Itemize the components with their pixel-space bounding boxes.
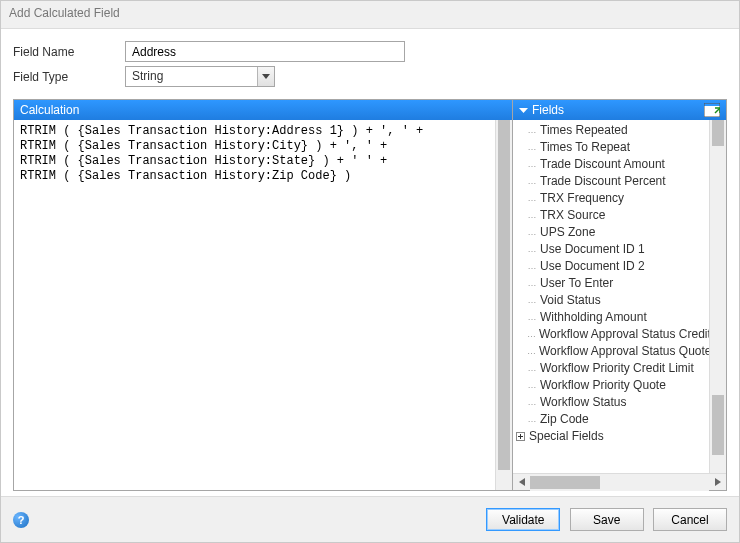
tree-item-label: Zip Code xyxy=(540,411,589,428)
fields-hscroll[interactable] xyxy=(513,473,726,490)
tree-item-label: Workflow Status xyxy=(540,394,626,411)
calculation-header: Calculation xyxy=(14,100,512,120)
fields-scroll-up-icon[interactable] xyxy=(712,120,724,146)
help-label: ? xyxy=(18,514,25,526)
fields-header-label: Fields xyxy=(532,103,564,117)
hscroll-track[interactable] xyxy=(530,474,709,491)
calculation-header-label: Calculation xyxy=(20,103,79,117)
validate-button[interactable]: Validate xyxy=(486,508,560,531)
tree-connector-icon: … xyxy=(527,411,537,428)
field-type-row: Field Type String xyxy=(13,66,727,87)
tree-item-label: Workflow Priority Quote xyxy=(540,377,666,394)
calc-scrollbar[interactable] xyxy=(495,120,512,490)
tree-item-label: UPS Zone xyxy=(540,224,595,241)
tree-item-label: Trade Discount Amount xyxy=(540,156,665,173)
tree-connector-icon: … xyxy=(527,207,537,224)
tree-item[interactable]: …Use Document ID 2 xyxy=(513,258,709,275)
fields-tree-body: …Times Repeated…Times To Repeat…Trade Di… xyxy=(513,120,726,473)
tree-item-label: Workflow Priority Credit Limit xyxy=(540,360,694,377)
fields-panel: Fields …Times Repeated…Times To Repeat…T… xyxy=(513,100,726,490)
field-name-row: Field Name xyxy=(13,41,727,62)
tree-item[interactable]: …Use Document ID 1 xyxy=(513,241,709,258)
scroll-right-icon[interactable] xyxy=(709,474,726,491)
fields-scrollbar-thumb[interactable] xyxy=(712,395,724,455)
tree-connector-icon: … xyxy=(527,292,537,309)
hscroll-thumb[interactable] xyxy=(530,476,600,489)
help-icon[interactable]: ? xyxy=(13,512,29,528)
tree-parent-label: Special Fields xyxy=(529,428,604,445)
tree-item-label: Workflow Approval Status Credit Limit xyxy=(539,326,709,343)
title-bar: Add Calculated Field xyxy=(1,1,739,29)
tree-connector-icon: … xyxy=(527,241,537,258)
form-area: Field Name Field Type String xyxy=(1,29,739,99)
tree-item-label: Use Document ID 2 xyxy=(540,258,645,275)
tree-item[interactable]: …Workflow Approval Status Credit Limit xyxy=(513,326,709,343)
fields-menu-icon[interactable] xyxy=(519,108,528,113)
tree-item[interactable]: …Zip Code xyxy=(513,411,709,428)
footer: ? Validate Save Cancel xyxy=(1,496,739,542)
tree-connector-icon: … xyxy=(527,190,537,207)
calculation-body xyxy=(14,120,512,490)
tree-item[interactable]: …Times To Repeat xyxy=(513,139,709,156)
fields-tree[interactable]: …Times Repeated…Times To Repeat…Trade Di… xyxy=(513,120,709,473)
tree-item[interactable]: …UPS Zone xyxy=(513,224,709,241)
fields-header: Fields xyxy=(513,100,726,120)
tree-item[interactable]: …Trade Discount Percent xyxy=(513,173,709,190)
tree-item-label: Withholding Amount xyxy=(540,309,647,326)
tree-parent-item[interactable]: Special Fields xyxy=(513,428,709,445)
fields-scrollbar[interactable] xyxy=(709,120,726,473)
tree-item-label: Use Document ID 1 xyxy=(540,241,645,258)
field-name-input[interactable] xyxy=(125,41,405,62)
tree-connector-icon: … xyxy=(527,377,537,394)
tree-item-label: Times To Repeat xyxy=(540,139,630,156)
tree-connector-icon: … xyxy=(527,343,536,360)
tree-item-label: User To Enter xyxy=(540,275,613,292)
tree-item[interactable]: …Workflow Status xyxy=(513,394,709,411)
tree-connector-icon: … xyxy=(527,224,537,241)
tree-item[interactable]: …Void Status xyxy=(513,292,709,309)
scroll-left-icon[interactable] xyxy=(513,474,530,491)
tree-item[interactable]: …TRX Source xyxy=(513,207,709,224)
tree-item[interactable]: …TRX Frequency xyxy=(513,190,709,207)
tree-item-label: TRX Frequency xyxy=(540,190,624,207)
tree-item-label: Workflow Approval Status Quote xyxy=(539,343,709,360)
tree-item[interactable]: …Workflow Priority Quote xyxy=(513,377,709,394)
window-icon[interactable] xyxy=(704,103,720,117)
tree-connector-icon: … xyxy=(527,122,537,139)
field-type-value: String xyxy=(125,66,275,87)
field-type-select[interactable]: String xyxy=(125,66,275,87)
tree-item[interactable]: …Withholding Amount xyxy=(513,309,709,326)
tree-item[interactable]: …Workflow Approval Status Quote xyxy=(513,343,709,360)
save-button[interactable]: Save xyxy=(570,508,644,531)
tree-item-label: Trade Discount Percent xyxy=(540,173,666,190)
field-type-label: Field Type xyxy=(13,70,125,84)
cancel-button[interactable]: Cancel xyxy=(653,508,727,531)
field-name-label: Field Name xyxy=(13,45,125,59)
chevron-down-icon[interactable] xyxy=(257,67,274,86)
calculation-textarea[interactable] xyxy=(14,120,495,490)
tree-connector-icon: … xyxy=(527,258,537,275)
expand-icon[interactable] xyxy=(515,431,526,442)
calc-scrollbar-thumb[interactable] xyxy=(498,120,510,470)
window-title: Add Calculated Field xyxy=(9,6,120,20)
tree-connector-icon: … xyxy=(527,360,537,377)
tree-item-label: TRX Source xyxy=(540,207,605,224)
tree-connector-icon: … xyxy=(527,326,536,343)
tree-item[interactable]: …User To Enter xyxy=(513,275,709,292)
main-area: Calculation Fields xyxy=(13,99,727,491)
tree-item-label: Void Status xyxy=(540,292,601,309)
tree-item[interactable]: …Times Repeated xyxy=(513,122,709,139)
tree-connector-icon: … xyxy=(527,139,537,156)
tree-item[interactable]: …Workflow Priority Credit Limit xyxy=(513,360,709,377)
tree-connector-icon: … xyxy=(527,156,537,173)
tree-connector-icon: … xyxy=(527,394,537,411)
button-group: Validate Save Cancel xyxy=(480,508,727,531)
tree-item-label: Times Repeated xyxy=(540,122,628,139)
tree-connector-icon: … xyxy=(527,275,537,292)
tree-connector-icon: … xyxy=(527,173,537,190)
calculation-panel: Calculation xyxy=(14,100,513,490)
tree-connector-icon: … xyxy=(527,309,537,326)
tree-item[interactable]: …Trade Discount Amount xyxy=(513,156,709,173)
